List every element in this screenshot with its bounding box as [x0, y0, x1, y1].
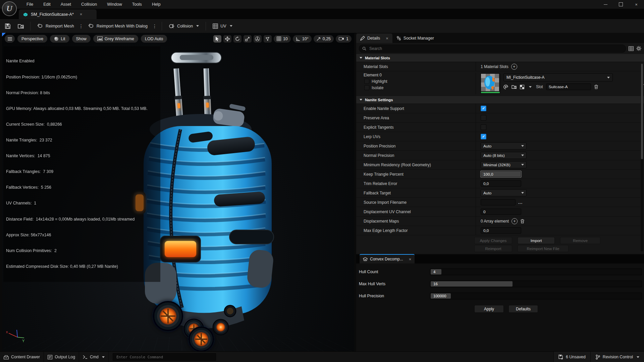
output-log-button[interactable]: Output Log [44, 352, 79, 362]
select-tool-button[interactable] [213, 35, 221, 43]
array-count-text: 0 Array element [481, 219, 509, 224]
collision-icon [169, 23, 175, 29]
unsaved-assets-button[interactable]: 6 Unsaved [553, 352, 590, 362]
apply-changes-button[interactable]: Apply Changes [474, 237, 512, 244]
source-import-filename-input[interactable] [481, 199, 516, 205]
tab-socket-manager[interactable]: Socket Manager [392, 34, 438, 43]
save-button[interactable] [2, 21, 13, 31]
position-precision-dropdown[interactable]: Auto [481, 142, 527, 149]
viewport[interactable]: Perspective Lit Show Grey Wireframe LOD … [2, 33, 354, 351]
chevron-down-icon [521, 155, 524, 156]
close-icon[interactable]: × [386, 36, 388, 41]
cmd-button[interactable]: Cmd [79, 352, 109, 362]
fallback-target-dropdown[interactable]: Auto [481, 189, 527, 196]
material-thumbnail[interactable] [481, 73, 500, 94]
reimport-button[interactable]: Reimport [474, 245, 512, 252]
tab-details[interactable]: Details × [356, 34, 392, 43]
reimport-options-icon[interactable]: ⋮ [77, 23, 85, 29]
material-dropdown[interactable]: MI_FictionSuitcase-A [503, 73, 613, 81]
tab-convex-decomposition[interactable]: Convex Decomp... × [360, 254, 415, 263]
reimport-mesh-button[interactable]: Reimport Mesh [34, 21, 77, 31]
search-box[interactable] [359, 45, 626, 53]
lit-button[interactable]: Lit [50, 35, 69, 43]
asset-tab[interactable]: SM_FictionSuitcase-A* × [19, 9, 97, 19]
use-selected-asset-icon[interactable] [503, 85, 508, 89]
scale-tool-button[interactable] [244, 35, 252, 43]
add-array-element-button[interactable]: + [512, 218, 518, 224]
menu-collision[interactable]: Collision [77, 1, 101, 8]
scrollbar-thumb[interactable] [641, 64, 643, 159]
reimport-mesh-dialog-button[interactable]: Reimport Mesh With Dialog [85, 21, 151, 31]
lerp-uvs-checkbox[interactable]: ✓ [481, 134, 486, 139]
keep-triangle-percent-input[interactable]: 100,0 [481, 171, 521, 177]
normal-precision-dropdown[interactable]: Auto (8 bits) [481, 152, 527, 159]
menu-asset[interactable]: Asset [56, 1, 75, 8]
lod-button[interactable]: LOD Auto [141, 35, 167, 43]
menu-tools[interactable]: Tools [128, 1, 146, 8]
reimport-new-file-button[interactable]: Reimport New File [518, 245, 569, 252]
import-button[interactable]: Import [518, 237, 555, 244]
max-hull-verts-slider[interactable]: 16 [430, 281, 642, 287]
view-mode-button[interactable]: Grey Wireframe [93, 35, 138, 43]
highlight-checkbox[interactable] [364, 79, 369, 84]
convex-defaults-button[interactable]: Defaults [508, 305, 538, 313]
texture-streaming-icon[interactable] [520, 85, 525, 89]
isolate-checkbox[interactable] [364, 85, 369, 90]
viewport-options-button[interactable] [5, 35, 15, 43]
revision-control-button[interactable]: Revision Control [590, 352, 644, 362]
surface-snap-button[interactable] [264, 35, 272, 43]
minimize-button[interactable] [598, 0, 613, 9]
scale-snap-toggle[interactable]: 0,25 [314, 35, 334, 43]
gear-icon[interactable] [636, 46, 641, 51]
display-filter-icon[interactable] [629, 46, 634, 51]
hull-count-slider[interactable]: 4 [430, 268, 642, 275]
menu-window[interactable]: Window [103, 1, 126, 8]
search-input[interactable] [369, 46, 623, 51]
material-slots-header[interactable]: Material Slots [356, 54, 644, 62]
enable-nanite-checkbox[interactable]: ✓ [481, 106, 486, 111]
max-edge-length-factor-input[interactable]: 0,0 [481, 227, 521, 234]
collision-menu-button[interactable]: Collision [165, 21, 202, 31]
tab-close-icon[interactable]: × [80, 12, 83, 17]
trim-relative-error-input[interactable]: 0,0 [481, 180, 521, 187]
close-button[interactable]: × [629, 0, 644, 9]
browse-file-button[interactable]: ... [518, 200, 523, 205]
menu-edit[interactable]: Edit [39, 1, 55, 8]
explicit-tangents-checkbox[interactable] [481, 124, 486, 130]
remove-button[interactable]: Remove [560, 237, 600, 244]
reimport-dialog-options-icon[interactable]: ⋮ [151, 23, 158, 29]
add-material-slot-button[interactable]: + [511, 64, 517, 70]
browse-to-icon[interactable] [512, 84, 517, 89]
slot-name-input[interactable] [546, 83, 591, 90]
show-button[interactable]: Show [72, 35, 91, 43]
displacement-uv-channel-input[interactable]: 0 [481, 208, 521, 215]
nanite-settings-header[interactable]: Nanite Settings [356, 96, 644, 104]
preserve-area-checkbox[interactable] [481, 115, 486, 121]
rotation-snap-toggle[interactable]: 10° [293, 35, 312, 43]
delete-slot-icon[interactable] [594, 84, 598, 89]
property-label: Fallback Target [356, 188, 476, 197]
menu-help[interactable]: Help [148, 1, 165, 8]
menu-file[interactable]: File [22, 1, 38, 8]
move-tool-button[interactable] [223, 35, 231, 43]
hull-precision-slider[interactable]: 100000 [430, 293, 642, 299]
clear-array-icon[interactable] [520, 219, 525, 224]
content-drawer-button[interactable]: Content Drawer [0, 352, 44, 362]
console-command-box[interactable] [113, 353, 216, 361]
maximize-button[interactable] [613, 0, 629, 9]
convex-apply-button[interactable]: Apply [474, 305, 504, 313]
console-command-input[interactable] [116, 355, 213, 360]
details-scrollbar[interactable] [641, 64, 643, 251]
uv-menu-button[interactable]: UV [209, 21, 235, 31]
rotate-tool-button[interactable] [233, 35, 241, 43]
unreal-logo[interactable]: U [2, 1, 17, 16]
close-icon[interactable]: × [409, 257, 412, 262]
browse-to-asset-button[interactable] [15, 21, 27, 31]
grid-snap-toggle[interactable]: 10 [274, 35, 291, 43]
perspective-button[interactable]: Perspective [17, 35, 47, 43]
chevron-down-icon[interactable] [529, 86, 532, 88]
asset-color-bar [481, 92, 500, 93]
coordinate-system-button[interactable] [254, 35, 262, 43]
camera-speed-toggle[interactable]: 1 [336, 35, 352, 43]
minimum-residency-dropdown[interactable]: Minimal (32KB) [481, 161, 527, 168]
